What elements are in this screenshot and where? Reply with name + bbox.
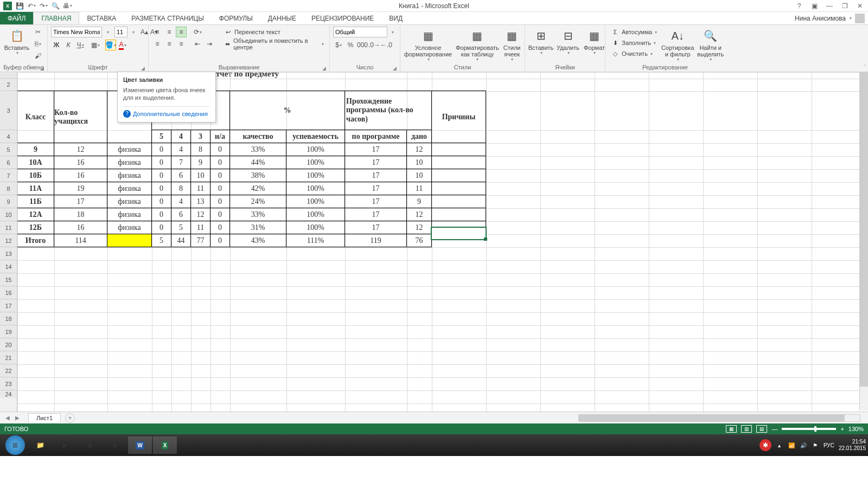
cell[interactable]: 42% [229,182,286,195]
row-header-10[interactable]: 10 [0,208,17,221]
format-painter-icon[interactable]: 🖌 [33,50,43,61]
row-header-12[interactable]: 12 [0,234,17,247]
tab-insert[interactable]: ВСТАВКА [79,12,124,24]
font-color-icon[interactable]: A▾ [117,40,128,50]
cell[interactable]: физика [107,182,152,195]
row-header-2[interactable]: 2 [0,79,17,91]
cell[interactable]: 111% [286,234,345,247]
row-header-8[interactable]: 8 [0,182,17,195]
cell[interactable]: 5 [151,234,171,247]
cell[interactable]: 17 [344,221,407,234]
cell[interactable]: 9 [190,156,210,169]
increase-font-icon[interactable]: A▴ [140,27,149,37]
cell[interactable] [431,208,486,221]
row-header-15[interactable]: 15 [0,273,17,286]
cell[interactable]: 0 [151,221,171,234]
increase-decimal-icon[interactable]: .0→ [369,40,380,50]
number-dropdown-icon[interactable]: ▾ [388,27,397,37]
media-player-icon[interactable]: ▶ [53,436,77,454]
accounting-icon[interactable]: $▾ [333,40,344,50]
format-cells-button[interactable]: ▦Формат▾ [583,27,606,57]
cell[interactable]: 0 [210,195,230,208]
percent-icon[interactable]: % [345,40,356,50]
normal-view-icon[interactable]: ▦ [726,425,737,433]
cell[interactable]: 0 [210,169,230,182]
font-dropdown-icon[interactable]: ▾ [103,27,113,37]
start-button[interactable]: ⊞ [3,436,27,454]
font-name-input[interactable] [51,27,102,37]
cell[interactable]: 11Б [17,195,54,208]
cell[interactable]: 119 [344,234,407,247]
worksheet[interactable]: 2 3 4 5 6 7 8 9 10 11 12 13 14 15 16 17 … [0,72,868,412]
decrease-indent-icon[interactable]: ⇤ [192,38,203,49]
cell[interactable]: физика [107,156,152,169]
cell[interactable]: физика [107,208,152,221]
size-dropdown-icon[interactable]: ▾ [128,27,139,37]
cell[interactable]: % [229,91,345,130]
cell[interactable]: 0 [151,182,171,195]
wrap-text-button[interactable]: ↩Перенести текст [221,27,326,37]
cell[interactable]: 12 [406,221,432,234]
align-bottom-icon[interactable]: ≡ [176,27,187,37]
cell[interactable]: 17 [344,195,407,208]
row-header-19[interactable]: 19 [0,325,17,338]
clear-button[interactable]: ◇Очистить▾ [609,48,659,59]
sheet-tab-1[interactable]: Лист1 [28,413,61,422]
cell[interactable]: 44% [229,156,286,169]
cell[interactable]: 0 [151,143,171,156]
cell[interactable]: 100% [286,208,345,221]
increase-indent-icon[interactable]: ⇥ [204,38,215,49]
cell[interactable]: 10 [406,169,432,182]
row-header-9[interactable]: 9 [0,195,17,208]
insert-cells-button[interactable]: ⊞Вставить▾ [528,27,553,57]
fill-button[interactable]: ⬇Заполнить▾ [609,37,659,48]
cell[interactable] [431,156,486,169]
hscroll-thumb[interactable] [579,415,845,421]
row-header-14[interactable]: 14 [0,260,17,273]
underline-button[interactable]: Ч▾ [75,40,86,50]
cell[interactable]: 31% [229,221,286,234]
grid[interactable]: тчет по предмету КлассКол-во учащихся543… [17,72,868,412]
cell[interactable]: 114 [54,234,107,247]
row-header-21[interactable]: 21 [0,351,17,364]
cell[interactable]: 9 [17,143,54,156]
row-header-20[interactable]: 20 [0,338,17,351]
zoom-level[interactable]: 130% [848,426,864,432]
help-icon[interactable]: ? [793,2,805,10]
cell[interactable]: 13 [190,195,210,208]
cell[interactable]: 17 [344,182,407,195]
zoom-in-icon[interactable]: + [840,426,844,432]
chrome-icon[interactable]: ◉ [78,436,102,454]
cell[interactable]: 44 [171,234,191,247]
cell[interactable]: 0 [151,156,171,169]
cell[interactable]: 0 [151,208,171,221]
italic-button[interactable]: К [63,40,74,50]
font-launcher-icon[interactable]: ◢ [141,66,145,71]
row-header-11[interactable]: 11 [0,221,17,234]
cell[interactable]: 33% [229,143,286,156]
cell[interactable]: 12 [190,208,210,221]
cell[interactable]: 4 [171,130,191,143]
cell[interactable] [431,182,486,195]
language-indicator[interactable]: РУС [824,442,834,448]
cell[interactable] [431,195,486,208]
minimize-icon[interactable]: — [824,2,835,10]
cell[interactable]: 100% [286,182,345,195]
cell[interactable]: 38% [229,169,286,182]
tab-home[interactable]: ГЛАВНАЯ [33,12,79,24]
cell[interactable]: 6 [171,208,191,221]
tab-review[interactable]: РЕЦЕНЗИРОВАНИЕ [304,12,381,24]
row-header-18[interactable]: 18 [0,312,17,325]
bold-button[interactable]: Ж [51,40,62,50]
undo-icon[interactable]: ↶▾ [27,2,36,10]
ribbon-options-icon[interactable]: ▣ [808,2,820,10]
vertical-scrollbar[interactable] [859,72,868,410]
alignment-launcher-icon[interactable]: ◢ [322,66,326,71]
action-center-icon[interactable]: ⚑ [812,441,819,449]
volume-icon[interactable]: 🔊 [800,441,807,449]
cell-styles-button[interactable]: ▦Стили ячеек▾ [502,27,522,64]
word-icon[interactable]: W [128,436,152,454]
cut-icon[interactable]: ✂ [33,27,43,37]
cell[interactable]: 10Б [17,169,54,182]
row-header-24[interactable]: 24 [0,390,17,398]
